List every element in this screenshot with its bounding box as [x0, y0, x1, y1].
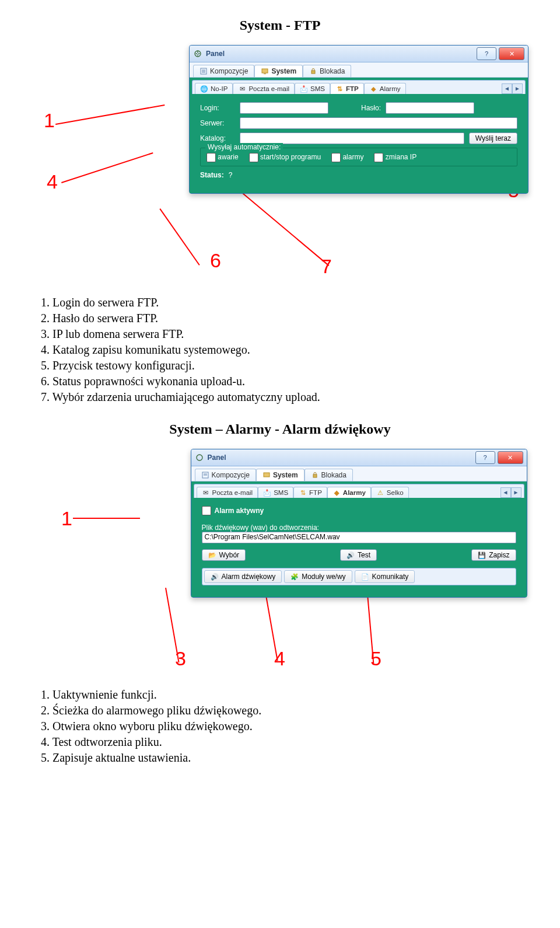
subtab-ftp[interactable]: ⇅ FTP — [293, 487, 327, 498]
subtab-label: Selko — [387, 489, 404, 496]
list-1: 1. Login do serwera FTP. 2. Hasło do ser… — [41, 296, 542, 404]
subtab-noip[interactable]: 🌐 No-IP — [195, 83, 233, 94]
test-button[interactable]: 🔊 Test — [340, 549, 377, 561]
status-value: ? — [229, 171, 233, 179]
mail-icon: ✉ — [202, 489, 210, 497]
fieldset-legend: Wysyłaj automatycznie: — [205, 143, 283, 151]
speaker-icon: 🔊 — [346, 551, 355, 559]
mail-icon: ✉ — [238, 85, 246, 93]
pointer-line — [159, 208, 200, 266]
tab-system[interactable]: System — [254, 65, 303, 77]
globe-icon: 🌐 — [200, 85, 208, 93]
zapisz-button[interactable]: 💾 Zapisz — [471, 549, 516, 561]
wybor-button[interactable]: 📂 Wybór — [202, 549, 246, 561]
page-title: System - FTP — [18, 18, 542, 33]
tabs-scroll-left[interactable]: ◄ — [502, 83, 512, 94]
save-icon: 💾 — [478, 551, 486, 559]
itab-label: Moduły we/wy — [302, 573, 345, 581]
module-icon: 🧩 — [290, 573, 299, 581]
chk-label: Alarm aktywny — [215, 507, 264, 515]
svg-rect-11 — [313, 475, 317, 477]
pointer-line — [264, 589, 278, 661]
callout-1: 1 — [44, 109, 55, 132]
titlebar: Panel ? ✕ — [190, 46, 528, 62]
subtab-ftp[interactable]: ⇅ FTP — [330, 83, 364, 94]
list-item: 2. Ścieżka do alarmowego pliku dźwiękowe… — [41, 704, 542, 717]
help-button[interactable]: ? — [477, 47, 496, 60]
subtab-selko[interactable]: ⚠ Selko — [371, 487, 409, 498]
subtab-label: Poczta e-mail — [212, 489, 253, 496]
list-item: 3. IP lub domena serwera FTP. — [41, 327, 542, 341]
inner-tab-komunikaty[interactable]: 📄 Komunikaty — [355, 570, 415, 583]
subtitle: System – Alarmy - Alarm dźwiękowy — [18, 421, 542, 437]
inner-tabs: 🔊 Alarm dźwiękowy 🧩 Moduły we/wy 📄 Komun… — [202, 568, 516, 585]
figure-2: 1 2 3 4 5 Panel ? ✕ Kompozycje — [32, 449, 528, 671]
help-button[interactable]: ? — [475, 451, 495, 464]
label-login: Login: — [200, 104, 235, 112]
ftp-icon: ⇅ — [335, 85, 344, 93]
sms-icon: 📩 — [300, 85, 308, 93]
window-title: Panel — [206, 50, 225, 58]
inner-tab-moduly[interactable]: 🧩 Moduły we/wy — [284, 570, 352, 583]
subtab-sms[interactable]: 📩 SMS — [258, 487, 293, 498]
chk-awarie[interactable]: awarie — [206, 153, 239, 162]
chk-startstop[interactable]: start/stop programu — [249, 153, 321, 162]
subtab-poczta[interactable]: ✉ Poczta e-mail — [197, 487, 258, 498]
app-icon — [193, 49, 202, 58]
titlebar: Panel ? ✕ — [191, 449, 527, 466]
close-button[interactable]: ✕ — [498, 451, 523, 464]
subtab-alarmy[interactable]: ◆ Alarmy — [327, 487, 371, 498]
subtab-label: FTP — [346, 85, 359, 92]
serwer-input[interactable] — [240, 117, 517, 129]
subtab-label: FTP — [309, 489, 322, 496]
inner-tab-alarm[interactable]: 🔊 Alarm dźwiękowy — [204, 570, 282, 583]
chk-alarmy[interactable]: alarmy — [331, 153, 363, 162]
tabs-main: Kompozycje System Blokada — [190, 62, 528, 78]
chk-label: start/stop programu — [260, 153, 321, 161]
wyslij-teraz-button[interactable]: Wyślij teraz — [469, 132, 517, 144]
svg-rect-10 — [264, 473, 270, 477]
pointer-line — [73, 518, 140, 519]
list-item: 4. Katalog zapisu komunikatu systemowego… — [41, 343, 542, 357]
tab-label: System — [271, 67, 296, 75]
pointer-line — [165, 588, 180, 662]
subtab-poczta[interactable]: ✉ Poczta e-mail — [233, 83, 295, 94]
list-2: 1. Uaktywnienie funkcji. 2. Ścieżka do a… — [41, 688, 542, 765]
chk-label: zmiana IP — [386, 153, 416, 161]
tabs-scroll-left[interactable]: ◄ — [501, 487, 511, 498]
tab-label: Blokada — [320, 67, 345, 75]
haslo-input[interactable] — [386, 102, 474, 114]
subtabs: 🌐 No-IP ✉ Poczta e-mail 📩 SMS ⇅ FTP ◆ — [192, 80, 526, 94]
list-item: 1. Login do serwera FTP. — [41, 296, 542, 309]
pointer-line — [55, 104, 164, 125]
callout-1: 1 — [61, 507, 72, 530]
tabs-scroll-right[interactable]: ► — [511, 487, 522, 498]
path-input[interactable]: C:\Program Files\SelCamNet\SELCAM.wav — [202, 532, 516, 543]
login-input[interactable] — [240, 102, 328, 114]
chk-zmiana-ip[interactable]: zmiana IP — [374, 153, 416, 162]
subtab-sms[interactable]: 📩 SMS — [295, 83, 330, 94]
figure-1: 1 2 3 4 5 6 7 Panel ? ✕ Kompozycje — [32, 45, 528, 278]
tab-blokada[interactable]: Blokada — [304, 469, 353, 481]
katalog-input[interactable] — [240, 132, 464, 144]
tab-system[interactable]: System — [256, 469, 304, 481]
list-item: 5. Przycisk testowy konfiguracji. — [41, 359, 542, 372]
subtab-label: SMS — [310, 85, 325, 92]
tab-kompozycje[interactable]: Kompozycje — [195, 469, 256, 481]
list-icon — [201, 471, 209, 479]
chk-label: awarie — [218, 153, 238, 161]
subtab-alarmy[interactable]: ◆ Alarmy — [364, 83, 406, 94]
button-row: 📂 Wybór 🔊 Test 💾 Zapisz — [202, 549, 516, 561]
tabs-scroll-right[interactable]: ► — [512, 83, 523, 94]
label-serwer: Serwer: — [200, 119, 235, 127]
subtab-label: No-IP — [211, 85, 228, 92]
list-item: 3. Otwiera okno wyboru pliku dźwiękowego… — [41, 720, 542, 733]
tab-blokada[interactable]: Blokada — [303, 65, 351, 77]
list-item: 4. Test odtworzenia pliku. — [41, 735, 542, 749]
list-item: 7. Wybór zdarzenia uruchamiającego autom… — [41, 390, 542, 404]
panel-window-alarm: Panel ? ✕ Kompozycje System — [191, 449, 527, 598]
svg-rect-5 — [264, 74, 266, 74]
chk-alarm-aktywny[interactable]: Alarm aktywny — [202, 506, 264, 515]
tab-kompozycje[interactable]: Kompozycje — [193, 65, 254, 77]
close-button[interactable]: ✕ — [499, 47, 524, 60]
